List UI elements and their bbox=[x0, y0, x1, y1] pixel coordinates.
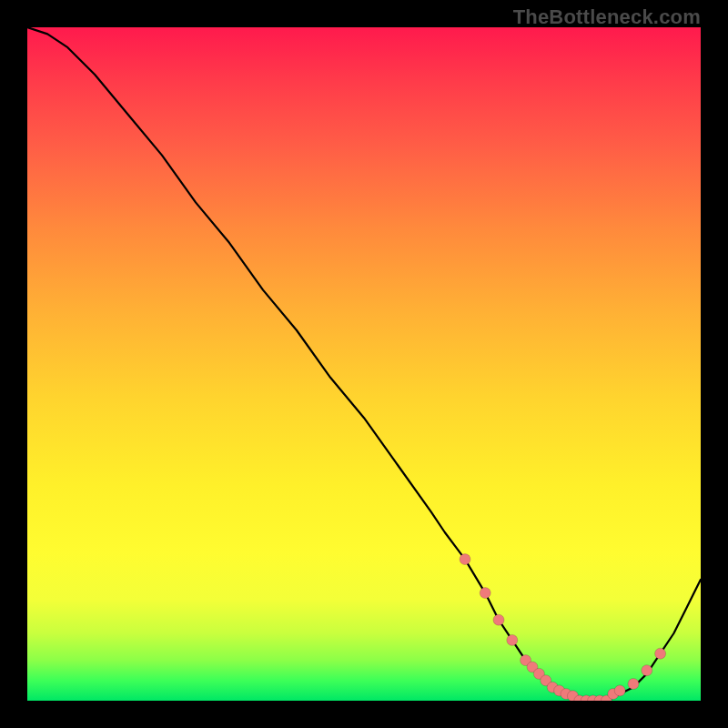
chart-plot-area bbox=[27, 27, 701, 701]
chart-overlay bbox=[27, 27, 701, 701]
optimal-zone-dots bbox=[460, 554, 666, 701]
highlight-dot bbox=[480, 588, 490, 599]
highlight-dot bbox=[507, 634, 518, 645]
highlight-dot bbox=[628, 679, 639, 690]
highlight-dot bbox=[642, 665, 652, 676]
highlight-dot bbox=[655, 648, 666, 659]
watermark-label: TheBottleneck.com bbox=[513, 5, 701, 29]
bottleneck-curve bbox=[27, 27, 701, 701]
highlight-dot bbox=[493, 614, 504, 625]
highlight-dot bbox=[460, 554, 470, 565]
chart-frame: TheBottleneck.com bbox=[0, 0, 728, 728]
highlight-dot bbox=[614, 685, 625, 696]
